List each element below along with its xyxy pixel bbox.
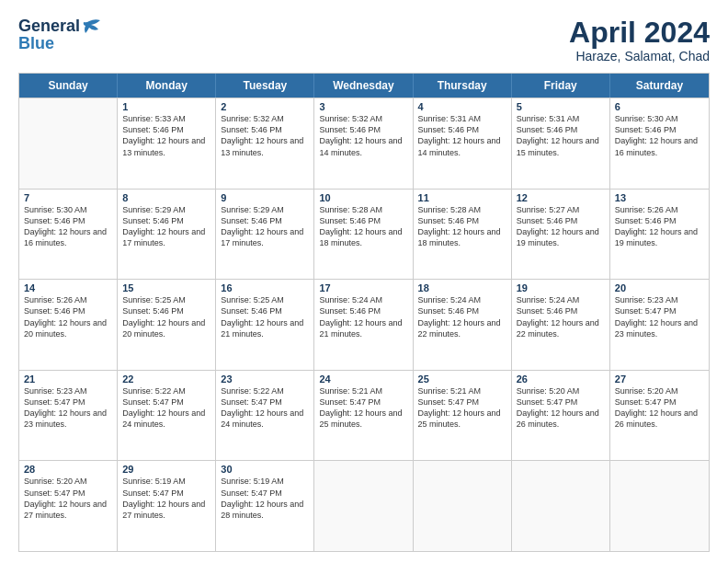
calendar-cell: 22Sunrise: 5:22 AMSunset: 5:47 PMDayligh…: [118, 371, 216, 461]
day-number: 22: [122, 373, 210, 385]
header-day-thursday: Thursday: [414, 74, 512, 98]
calendar-cell: 7Sunrise: 5:30 AMSunset: 5:46 PMDaylight…: [19, 190, 118, 280]
cell-info: Sunrise: 5:25 AMSunset: 5:46 PMDaylight:…: [221, 294, 309, 339]
day-number: 11: [418, 192, 506, 203]
cell-info: Sunrise: 5:29 AMSunset: 5:46 PMDaylight:…: [221, 204, 309, 249]
cell-info: Sunrise: 5:27 AMSunset: 5:46 PMDaylight:…: [517, 204, 605, 249]
cell-info: Sunrise: 5:19 AMSunset: 5:47 PMDaylight:…: [122, 476, 210, 521]
calendar-cell: 6Sunrise: 5:30 AMSunset: 5:46 PMDaylight…: [610, 98, 709, 189]
main-title: April 2024: [569, 17, 710, 49]
day-number: 8: [122, 192, 210, 203]
day-number: 7: [24, 192, 112, 203]
cell-info: Sunrise: 5:25 AMSunset: 5:46 PMDaylight:…: [122, 294, 210, 339]
day-number: 15: [122, 282, 210, 293]
day-number: 27: [615, 373, 704, 385]
calendar-cell: 12Sunrise: 5:27 AMSunset: 5:46 PMDayligh…: [512, 190, 610, 280]
calendar-cell: 15Sunrise: 5:25 AMSunset: 5:46 PMDayligh…: [118, 280, 216, 370]
cell-info: Sunrise: 5:24 AMSunset: 5:46 PMDaylight:…: [319, 294, 407, 339]
day-number: 6: [615, 101, 704, 112]
header-day-monday: Monday: [118, 74, 216, 98]
calendar-cell: 23Sunrise: 5:22 AMSunset: 5:47 PMDayligh…: [216, 371, 314, 461]
calendar-cell: [414, 461, 512, 551]
header-day-saturday: Saturday: [610, 74, 709, 98]
cell-info: Sunrise: 5:23 AMSunset: 5:47 PMDaylight:…: [615, 294, 704, 339]
cell-info: Sunrise: 5:32 AMSunset: 5:46 PMDaylight:…: [221, 113, 309, 158]
calendar-cell: 26Sunrise: 5:20 AMSunset: 5:47 PMDayligh…: [512, 371, 610, 461]
day-number: 18: [418, 282, 506, 293]
calendar-cell: 11Sunrise: 5:28 AMSunset: 5:46 PMDayligh…: [414, 190, 512, 280]
logo: General Blue: [18, 17, 102, 53]
day-number: 16: [221, 282, 309, 293]
logo-blue: Blue: [18, 34, 54, 53]
calendar-cell: 4Sunrise: 5:31 AMSunset: 5:46 PMDaylight…: [414, 98, 512, 189]
calendar-cell: 21Sunrise: 5:23 AMSunset: 5:47 PMDayligh…: [19, 371, 118, 461]
cell-info: Sunrise: 5:26 AMSunset: 5:46 PMDaylight:…: [24, 294, 112, 339]
calendar-cell: [19, 98, 118, 189]
calendar-row-0: 1Sunrise: 5:33 AMSunset: 5:46 PMDaylight…: [19, 98, 709, 189]
day-number: 19: [517, 282, 605, 293]
cell-info: Sunrise: 5:20 AMSunset: 5:47 PMDaylight:…: [615, 385, 704, 431]
calendar-cell: 2Sunrise: 5:32 AMSunset: 5:46 PMDaylight…: [216, 98, 314, 189]
calendar-cell: 25Sunrise: 5:21 AMSunset: 5:47 PMDayligh…: [414, 371, 512, 461]
calendar-cell: 9Sunrise: 5:29 AMSunset: 5:46 PMDaylight…: [216, 190, 314, 280]
day-number: 3: [319, 101, 407, 112]
cell-info: Sunrise: 5:30 AMSunset: 5:46 PMDaylight:…: [24, 204, 112, 249]
calendar-body: 1Sunrise: 5:33 AMSunset: 5:46 PMDaylight…: [19, 98, 709, 551]
calendar-cell: 14Sunrise: 5:26 AMSunset: 5:46 PMDayligh…: [19, 280, 118, 370]
calendar-cell: 16Sunrise: 5:25 AMSunset: 5:46 PMDayligh…: [216, 280, 314, 370]
subtitle: Haraze, Salamat, Chad: [569, 49, 710, 63]
day-number: 28: [24, 464, 112, 475]
header-day-wednesday: Wednesday: [314, 74, 413, 98]
day-number: 2: [221, 101, 309, 112]
page: General Blue April 2024 Haraze, Salamat,…: [0, 0, 728, 563]
calendar-cell: 20Sunrise: 5:23 AMSunset: 5:47 PMDayligh…: [610, 280, 709, 370]
day-number: 26: [517, 373, 605, 385]
day-number: 5: [517, 101, 605, 112]
cell-info: Sunrise: 5:20 AMSunset: 5:47 PMDaylight:…: [24, 476, 112, 521]
day-number: 23: [221, 373, 309, 385]
cell-info: Sunrise: 5:22 AMSunset: 5:47 PMDaylight:…: [221, 385, 309, 431]
calendar-cell: [314, 461, 413, 551]
day-number: 30: [221, 464, 309, 475]
calendar-cell: 24Sunrise: 5:21 AMSunset: 5:47 PMDayligh…: [314, 371, 413, 461]
day-number: 24: [319, 373, 407, 385]
day-number: 1: [122, 101, 210, 112]
day-number: 14: [24, 282, 112, 293]
calendar-cell: 30Sunrise: 5:19 AMSunset: 5:47 PMDayligh…: [216, 461, 314, 551]
day-number: 13: [615, 192, 704, 203]
calendar-cell: 18Sunrise: 5:24 AMSunset: 5:46 PMDayligh…: [414, 280, 512, 370]
cell-info: Sunrise: 5:30 AMSunset: 5:46 PMDaylight:…: [615, 113, 704, 158]
title-area: April 2024 Haraze, Salamat, Chad: [569, 17, 710, 63]
calendar-cell: 13Sunrise: 5:26 AMSunset: 5:46 PMDayligh…: [610, 190, 709, 280]
header-day-tuesday: Tuesday: [216, 74, 314, 98]
calendar-cell: [610, 461, 709, 551]
cell-info: Sunrise: 5:26 AMSunset: 5:46 PMDaylight:…: [615, 204, 704, 249]
calendar-row-2: 14Sunrise: 5:26 AMSunset: 5:46 PMDayligh…: [19, 279, 709, 370]
cell-info: Sunrise: 5:20 AMSunset: 5:47 PMDaylight:…: [517, 385, 605, 431]
day-number: 9: [221, 192, 309, 203]
day-number: 10: [319, 192, 407, 203]
cell-info: Sunrise: 5:29 AMSunset: 5:46 PMDaylight:…: [122, 204, 210, 249]
calendar-row-4: 28Sunrise: 5:20 AMSunset: 5:47 PMDayligh…: [19, 460, 709, 551]
calendar-cell: 8Sunrise: 5:29 AMSunset: 5:46 PMDaylight…: [118, 190, 216, 280]
calendar-cell: 17Sunrise: 5:24 AMSunset: 5:46 PMDayligh…: [314, 280, 413, 370]
calendar-cell: 19Sunrise: 5:24 AMSunset: 5:46 PMDayligh…: [512, 280, 610, 370]
cell-info: Sunrise: 5:19 AMSunset: 5:47 PMDaylight:…: [221, 476, 309, 521]
calendar-cell: 28Sunrise: 5:20 AMSunset: 5:47 PMDayligh…: [19, 461, 118, 551]
cell-info: Sunrise: 5:23 AMSunset: 5:47 PMDaylight:…: [24, 385, 112, 431]
calendar-cell: 3Sunrise: 5:32 AMSunset: 5:46 PMDaylight…: [314, 98, 413, 189]
day-number: 12: [517, 192, 605, 203]
day-number: 20: [615, 282, 704, 293]
cell-info: Sunrise: 5:31 AMSunset: 5:46 PMDaylight:…: [517, 113, 605, 158]
header-area: General Blue April 2024 Haraze, Salamat,…: [18, 17, 710, 63]
day-number: 4: [418, 101, 506, 112]
calendar-cell: 10Sunrise: 5:28 AMSunset: 5:46 PMDayligh…: [314, 190, 413, 280]
calendar-cell: [512, 461, 610, 551]
calendar-row-3: 21Sunrise: 5:23 AMSunset: 5:47 PMDayligh…: [19, 370, 709, 461]
cell-info: Sunrise: 5:24 AMSunset: 5:46 PMDaylight:…: [517, 294, 605, 339]
cell-info: Sunrise: 5:21 AMSunset: 5:47 PMDaylight:…: [418, 385, 506, 431]
cell-info: Sunrise: 5:28 AMSunset: 5:46 PMDaylight:…: [418, 204, 506, 249]
day-number: 29: [122, 464, 210, 475]
calendar-cell: 27Sunrise: 5:20 AMSunset: 5:47 PMDayligh…: [610, 371, 709, 461]
logo-general: General: [18, 17, 80, 36]
